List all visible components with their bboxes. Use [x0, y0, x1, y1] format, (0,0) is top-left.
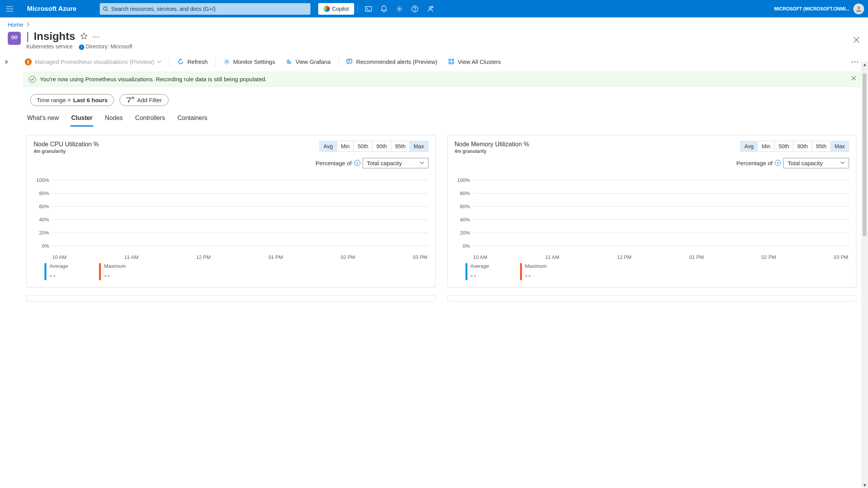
search-input[interactable]: [111, 6, 307, 12]
gridline: [472, 219, 849, 220]
view-all-clusters-button[interactable]: View All Clusters: [443, 56, 506, 67]
tab-controllers[interactable]: Controllers: [135, 113, 166, 127]
segbtn-50th[interactable]: 50th: [353, 141, 372, 151]
svg-point-13: [12, 36, 14, 38]
legend-color-swatch: [466, 263, 467, 280]
info-icon[interactable]: i: [354, 160, 360, 166]
favorite-icon[interactable]: [80, 32, 88, 41]
tab-whats-new[interactable]: What's new: [26, 113, 60, 127]
settings-icon[interactable]: [392, 1, 407, 17]
legend-average[interactable]: Average --: [466, 263, 489, 280]
svg-point-7: [399, 8, 401, 10]
help-icon[interactable]: [407, 1, 423, 17]
svg-point-3: [104, 7, 107, 10]
aggregation-segmented-buttons: AvgMin50th90th95thMax: [319, 141, 428, 152]
svg-rect-28: [347, 59, 352, 63]
hamburger-icon[interactable]: [4, 3, 15, 15]
segbtn-max[interactable]: Max: [409, 141, 428, 151]
prometheus-visualizations-dropdown[interactable]: Managed Prometheus visualizations (Previ…: [19, 56, 167, 68]
tab-containers[interactable]: Containers: [177, 113, 208, 127]
breadcrumb-home[interactable]: Home: [8, 21, 23, 28]
copilot-icon: [324, 6, 330, 12]
y-tick-label: 20%: [34, 230, 51, 236]
segbtn-95th[interactable]: 95th: [812, 141, 830, 151]
capacity-dropdown[interactable]: Total capacity: [783, 158, 849, 168]
close-blade-icon[interactable]: [853, 37, 859, 44]
chart-cards-row-next: [26, 295, 868, 301]
legend-maximum[interactable]: Maximum --: [99, 263, 126, 280]
divider: [215, 57, 216, 67]
percentage-of-label: Percentage of: [737, 160, 773, 166]
y-tick-label: 100%: [34, 177, 51, 183]
x-tick-label: 02 PM: [762, 254, 776, 260]
segbtn-min[interactable]: Min: [757, 141, 774, 151]
legend-value: --: [471, 271, 489, 280]
prometheus-icon: [25, 58, 32, 65]
refresh-button[interactable]: Refresh: [172, 56, 213, 67]
segbtn-90th[interactable]: 90th: [372, 141, 391, 151]
dismiss-notice-icon[interactable]: [851, 75, 856, 82]
gridline: [472, 193, 849, 193]
svg-point-20: [95, 37, 96, 38]
avatar: [853, 3, 864, 14]
info-icon[interactable]: i: [775, 160, 781, 166]
legend-average[interactable]: Average --: [44, 263, 68, 280]
feedback-icon[interactable]: [423, 1, 438, 17]
recommended-alerts-button[interactable]: Recommended alerts (Preview): [341, 56, 443, 67]
y-tick-label: 0%: [455, 243, 472, 249]
search-icon: [103, 6, 108, 12]
segbtn-90th[interactable]: 90th: [793, 141, 812, 151]
notifications-icon[interactable]: [376, 1, 392, 17]
chart-title: Node CPU Utilization %: [34, 141, 99, 148]
x-tick-label: 10 AM: [473, 254, 488, 260]
expand-left-pane-icon[interactable]: [0, 60, 12, 64]
legend-maximum[interactable]: Maximum --: [520, 263, 547, 280]
segbtn-95th[interactable]: 95th: [391, 141, 409, 151]
page-header: | Insights Kubernetes service iDirectory…: [0, 29, 868, 51]
svg-point-37: [857, 61, 858, 62]
segbtn-max[interactable]: Max: [830, 141, 849, 151]
x-tick-label: 11 AM: [124, 254, 138, 260]
y-tick-label: 40%: [34, 217, 51, 223]
y-tick-label: 80%: [455, 190, 472, 196]
chart-legend: Average -- Maximum --: [44, 263, 428, 280]
svg-point-31: [449, 59, 451, 61]
vertical-scrollbar[interactable]: ▴ ▾: [861, 61, 868, 301]
global-search[interactable]: [100, 3, 310, 15]
plus-icon: [131, 96, 135, 99]
copilot-button[interactable]: Copilot: [318, 3, 355, 15]
gridline: [51, 233, 428, 233]
cloud-shell-icon[interactable]: [361, 1, 376, 17]
svg-rect-25: [27, 63, 29, 63]
divider: [338, 57, 339, 67]
capacity-dropdown[interactable]: Total capacity: [363, 158, 428, 168]
dropdown-value: Total capacity: [788, 160, 823, 166]
gridline: [51, 180, 428, 180]
more-actions-icon[interactable]: [92, 33, 99, 39]
svg-point-33: [449, 62, 451, 64]
tab-cluster[interactable]: Cluster: [70, 113, 93, 127]
notice-text: You're now using Prometheus visualizatio…: [40, 76, 267, 82]
scrollbar-thumb[interactable]: [863, 74, 866, 236]
account-label: MICROSOFT (MICROSOFT.ONMI...: [774, 6, 849, 12]
legend-value: --: [49, 271, 68, 280]
x-tick-label: 03 PM: [413, 254, 428, 260]
account-area[interactable]: MICROSOFT (MICROSOFT.ONMI...: [774, 3, 864, 14]
add-filter-pill[interactable]: Add Filter: [119, 94, 168, 106]
segbtn-avg[interactable]: Avg: [320, 141, 337, 151]
brand-label[interactable]: Microsoft Azure: [27, 5, 77, 13]
filters-row: Time range = Last 6 hours Add Filter: [30, 94, 868, 106]
azure-topbar: Microsoft Azure Copilot MICROSOFT (MICRO…: [0, 0, 868, 17]
svg-point-36: [854, 61, 856, 62]
segbtn-avg[interactable]: Avg: [740, 141, 757, 151]
segbtn-50th[interactable]: 50th: [774, 141, 793, 151]
time-range-pill[interactable]: Time range = Last 6 hours: [30, 94, 114, 106]
y-tick-label: 60%: [34, 204, 51, 209]
memory-utilization-card: Node Memory Utilization % 4m granularity…: [447, 135, 857, 288]
scroll-up-icon[interactable]: ▴: [861, 61, 868, 67]
segbtn-min[interactable]: Min: [337, 141, 354, 151]
tab-nodes[interactable]: Nodes: [104, 113, 123, 127]
view-grafana-button[interactable]: View Grafana: [280, 56, 336, 67]
monitor-settings-button[interactable]: Monitor Settings: [218, 56, 280, 67]
success-icon: [29, 76, 36, 83]
